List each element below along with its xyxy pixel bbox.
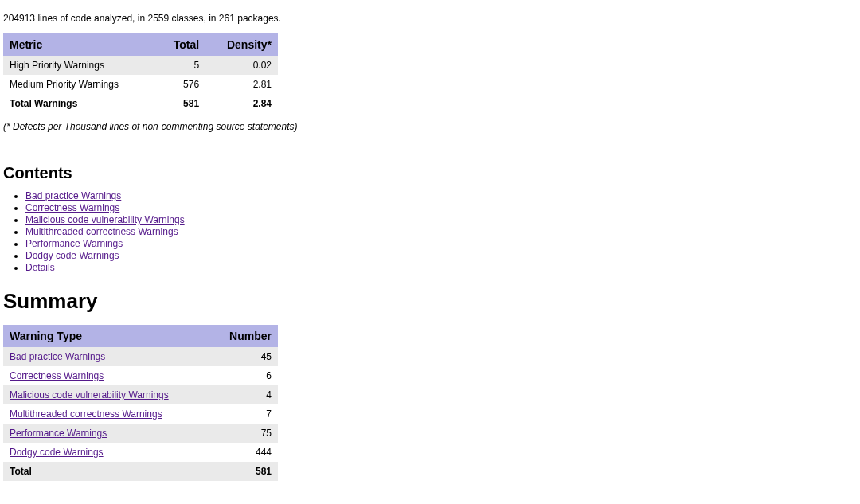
metric-density: 0.02 <box>205 56 278 75</box>
summary-header-row: Warning Type Number <box>3 325 278 347</box>
table-row: Malicious code vulnerability Warnings 4 <box>3 385 278 404</box>
toc-link-bad-practice[interactable]: Bad practice Warnings <box>25 190 121 201</box>
list-item: Details <box>25 262 860 273</box>
metrics-header-total: Total <box>157 33 205 56</box>
metric-name: Total Warnings <box>3 94 157 113</box>
summary-number: 7 <box>211 404 278 424</box>
toc-link-dodgy[interactable]: Dodgy code Warnings <box>25 250 119 261</box>
metric-total: 576 <box>157 75 205 94</box>
summary-link-bad-practice[interactable]: Bad practice Warnings <box>10 351 105 362</box>
table-row: Medium Priority Warnings 576 2.81 <box>3 75 278 94</box>
summary-link-correctness[interactable]: Correctness Warnings <box>10 370 104 381</box>
metric-name: Medium Priority Warnings <box>3 75 157 94</box>
summary-number: 45 <box>211 347 278 366</box>
summary-link-dodgy[interactable]: Dodgy code Warnings <box>10 447 104 458</box>
summary-header-type: Warning Type <box>3 325 211 347</box>
summary-header-number: Number <box>211 325 278 347</box>
metrics-header-metric: Metric <box>3 33 157 56</box>
table-row: Dodgy code Warnings 444 <box>3 443 278 462</box>
toc-link-performance[interactable]: Performance Warnings <box>25 238 123 249</box>
list-item: Correctness Warnings <box>25 202 860 213</box>
list-item: Performance Warnings <box>25 238 860 249</box>
list-item: Multithreaded correctness Warnings <box>25 226 860 237</box>
table-row: Performance Warnings 75 <box>3 424 278 443</box>
table-row: Multithreaded correctness Warnings 7 <box>3 404 278 424</box>
table-row: Correctness Warnings 6 <box>3 366 278 385</box>
summary-link-malicious[interactable]: Malicious code vulnerability Warnings <box>10 389 169 400</box>
toc-link-multithreaded[interactable]: Multithreaded correctness Warnings <box>25 226 178 237</box>
metric-density: 2.81 <box>205 75 278 94</box>
metric-total: 5 <box>157 56 205 75</box>
table-row-total: Total Warnings 581 2.84 <box>3 94 278 113</box>
summary-number: 6 <box>211 366 278 385</box>
list-item: Bad practice Warnings <box>25 190 860 201</box>
metrics-table: Metric Total Density* High Priority Warn… <box>3 33 278 113</box>
metric-total: 581 <box>157 94 205 113</box>
metrics-header-density: Density* <box>205 33 278 56</box>
metric-name: High Priority Warnings <box>3 56 157 75</box>
list-item: Dodgy code Warnings <box>25 250 860 261</box>
summary-total-number: 581 <box>211 462 278 481</box>
summary-number: 75 <box>211 424 278 443</box>
contents-list: Bad practice Warnings Correctness Warnin… <box>3 190 860 273</box>
metrics-header-row: Metric Total Density* <box>3 33 278 56</box>
summary-table: Warning Type Number Bad practice Warning… <box>3 325 278 481</box>
summary-number: 4 <box>211 385 278 404</box>
footnote-text: (* Defects per Thousand lines of non-com… <box>3 121 860 132</box>
summary-link-performance[interactable]: Performance Warnings <box>10 428 107 439</box>
table-row: Bad practice Warnings 45 <box>3 347 278 366</box>
summary-link-multithreaded[interactable]: Multithreaded correctness Warnings <box>10 408 162 420</box>
intro-text: 204913 lines of code analyzed, in 2559 c… <box>3 13 860 24</box>
list-item: Malicious code vulnerability Warnings <box>25 214 860 225</box>
summary-number: 444 <box>211 443 278 462</box>
toc-link-correctness[interactable]: Correctness Warnings <box>25 202 119 213</box>
contents-heading: Contents <box>3 164 860 182</box>
table-row: High Priority Warnings 5 0.02 <box>3 56 278 75</box>
summary-heading: Summary <box>3 289 860 314</box>
toc-link-details[interactable]: Details <box>25 262 55 273</box>
table-row-total: Total 581 <box>3 462 278 481</box>
summary-total-label: Total <box>3 462 211 481</box>
metric-density: 2.84 <box>205 94 278 113</box>
toc-link-malicious[interactable]: Malicious code vulnerability Warnings <box>25 214 185 225</box>
